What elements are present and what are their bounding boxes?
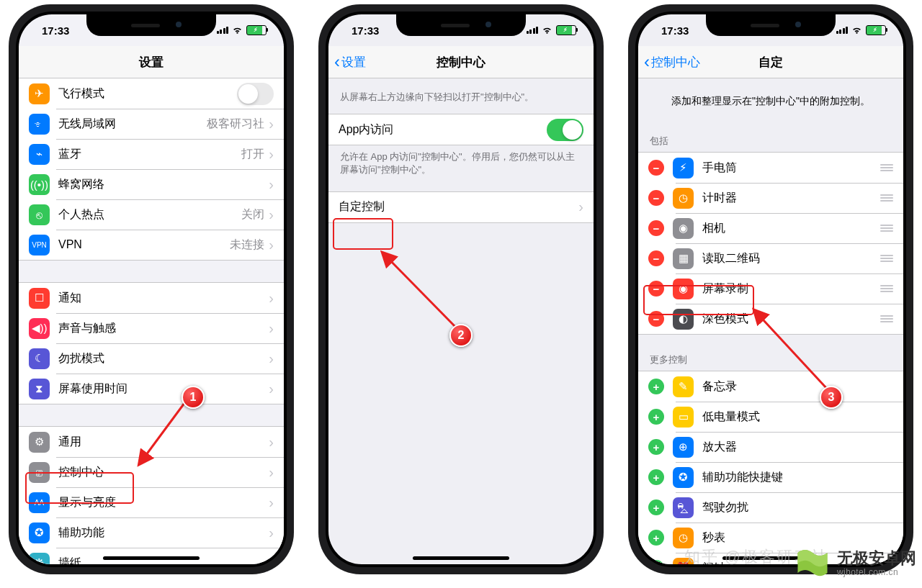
remove-button[interactable]: −	[648, 281, 664, 297]
battery-icon: ⚡︎	[866, 25, 886, 35]
row-control-center[interactable]: ⎚控制中心›	[19, 457, 284, 487]
brand-url: wjhotel.com.cn	[837, 568, 916, 577]
row-cellular[interactable]: ((•))蜂窝网络›	[19, 169, 284, 199]
navbar: ‹控制中心 自定	[638, 46, 903, 78]
timer-icon: ◷	[673, 188, 694, 209]
group-general: ⚙通用›⎚控制中心›AA显示与亮度›✪辅助功能›❋墙纸›	[19, 426, 284, 564]
wifi-icon: ᯤ	[29, 114, 50, 135]
row-label: 声音与触感	[58, 321, 269, 336]
row-label: 读取二维码	[702, 251, 874, 266]
watermark-brand: 无极安卓网 wjhotel.com.cn	[792, 543, 916, 584]
row-display[interactable]: AA显示与亮度›	[19, 487, 284, 517]
row-label: 勿扰模式	[58, 351, 269, 366]
add-button[interactable]: +	[648, 560, 664, 564]
row-label: 驾驶勿扰	[702, 500, 893, 515]
row-dark-mode[interactable]: −◐深色模式	[638, 304, 903, 334]
row-label: 手电筒	[702, 160, 874, 176]
chevron-right-icon: ›	[269, 494, 274, 511]
wifi-icon	[542, 26, 552, 35]
wifi-icon	[232, 26, 243, 35]
row-camera[interactable]: −◉相机	[638, 213, 903, 243]
add-button[interactable]: +	[648, 379, 664, 394]
row-customize-controls[interactable]: 自定控制 ›	[328, 192, 594, 222]
row-screen-record[interactable]: −◉屏幕录制	[638, 273, 903, 304]
drag-handle-icon[interactable]	[880, 164, 893, 171]
row-label: 相机	[702, 221, 874, 236]
drag-handle-icon[interactable]	[880, 255, 893, 262]
back-button[interactable]: ‹控制中心	[644, 46, 700, 78]
row-qrcode[interactable]: −▦读取二维码	[638, 243, 903, 273]
drag-handle-icon[interactable]	[880, 315, 893, 322]
row-accessibility-shortcut[interactable]: +✪辅助功能快捷键	[638, 462, 903, 492]
hint-swipe: 从屏幕右上方边缘向下轻扫以打开"控制中心"。	[328, 78, 594, 104]
row-app-access[interactable]: App内访问	[328, 114, 594, 145]
row-dnd[interactable]: ☾勿扰模式›	[19, 343, 284, 374]
chevron-left-icon: ‹	[334, 52, 340, 72]
wallpaper-icon: ❋	[29, 553, 50, 565]
dnd-icon: ☾	[29, 348, 50, 369]
remove-button[interactable]: −	[648, 250, 664, 266]
row-flashlight[interactable]: −⚡︎手电筒	[638, 153, 903, 183]
bluetooth-icon: ⌁	[29, 144, 50, 165]
navbar: ‹设置 控制中心	[328, 46, 594, 78]
chevron-right-icon: ›	[578, 199, 583, 215]
accessibility-icon: ✪	[29, 523, 50, 543]
row-lowpower[interactable]: +▭低电量模式	[638, 402, 903, 432]
home-indicator[interactable]	[103, 556, 200, 560]
row-screentime[interactable]: ⧗屏幕使用时间›	[19, 374, 284, 404]
row-label: 放大器	[702, 440, 893, 455]
signal-icon	[217, 27, 229, 34]
remove-button[interactable]: −	[648, 190, 664, 206]
remove-button[interactable]: −	[648, 160, 664, 176]
sounds-icon: ◀))	[29, 318, 50, 339]
row-general[interactable]: ⚙通用›	[19, 427, 284, 457]
row-bluetooth[interactable]: ⌁蓝牙打开›	[19, 139, 284, 169]
flashlight-icon: ⚡︎	[673, 158, 694, 178]
stopwatch-icon: ◷	[673, 528, 694, 548]
chevron-right-icon: ›	[269, 176, 274, 193]
status-time: 17:33	[352, 24, 379, 37]
row-notes[interactable]: +✎备忘录	[638, 371, 903, 402]
row-sounds[interactable]: ◀))声音与触感›	[19, 313, 284, 343]
add-button[interactable]: +	[648, 530, 664, 546]
battery-icon: ⚡︎	[246, 25, 267, 35]
description: 添加和整理显示在"控制中心"中的附加控制。	[638, 78, 903, 125]
row-wifi[interactable]: ᯤ无线局域网极客研习社›	[19, 109, 284, 139]
magnifier-icon: ⊕	[673, 437, 694, 458]
row-magnifier[interactable]: +⊕放大器	[638, 432, 903, 462]
row-label: 显示与亮度	[58, 495, 269, 510]
driving-dnd-icon: ⛍	[673, 497, 694, 518]
toggle[interactable]	[237, 83, 274, 105]
row-airplane[interactable]: ✈飞行模式	[19, 78, 284, 109]
drag-handle-icon[interactable]	[880, 285, 893, 292]
row-driving-dnd[interactable]: +⛍驾驶勿扰	[638, 492, 903, 523]
remove-button[interactable]: −	[648, 220, 664, 236]
toggle-app-access[interactable]	[547, 119, 583, 141]
hotspot-icon: ⎋	[29, 204, 50, 225]
remove-button[interactable]: −	[648, 311, 664, 327]
screen-record-icon: ◉	[673, 279, 694, 299]
drag-handle-icon[interactable]	[880, 194, 893, 202]
chevron-right-icon: ›	[269, 207, 274, 223]
row-label: 屏幕使用时间	[58, 381, 269, 397]
row-label: 飞行模式	[58, 86, 237, 101]
home-indicator[interactable]	[413, 556, 509, 560]
add-button[interactable]: +	[648, 469, 664, 485]
add-button[interactable]: +	[648, 409, 664, 425]
step-badge-1: 1	[182, 386, 205, 409]
back-button[interactable]: ‹设置	[334, 46, 366, 78]
row-hotspot[interactable]: ⎋个人热点关闭›	[19, 199, 284, 230]
add-button[interactable]: +	[648, 439, 664, 455]
row-accessibility[interactable]: ✪辅助功能›	[19, 517, 284, 548]
add-button[interactable]: +	[648, 499, 664, 515]
row-label: 蓝牙	[58, 147, 241, 162]
navbar: 设置	[19, 46, 284, 78]
page-title: 自定	[758, 54, 783, 71]
section-more: 更多控制	[638, 343, 903, 371]
row-vpn[interactable]: VPNVPN未连接›	[19, 230, 284, 260]
row-notifications[interactable]: ☐通知›	[19, 283, 284, 313]
brand-name: 无极安卓网	[837, 550, 916, 567]
row-timer[interactable]: −◷计时器	[638, 183, 903, 213]
row-detail: 未连接	[230, 238, 264, 253]
drag-handle-icon[interactable]	[880, 225, 893, 232]
